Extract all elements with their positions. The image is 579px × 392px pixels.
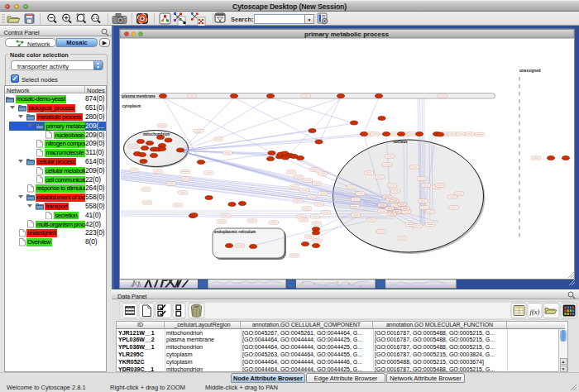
svg-text:primary metabolic process: primary metabolic process <box>304 31 389 38</box>
svg-text:unassigned: unassigned <box>519 69 541 73</box>
svg-text:nucleus: nucleus <box>393 140 408 144</box>
svg-text:plasma membrane: plasma membrane <box>122 94 156 98</box>
svg-text:f(x): f(x) <box>530 308 540 316</box>
svg-text:mitochondrion: mitochondrion <box>143 132 170 136</box>
svg-text:1:1: 1:1 <box>93 16 98 20</box>
svg-text:endoplasmic reticulum: endoplasmic reticulum <box>214 230 256 234</box>
svg-text:cytoplasm: cytoplasm <box>122 104 141 108</box>
